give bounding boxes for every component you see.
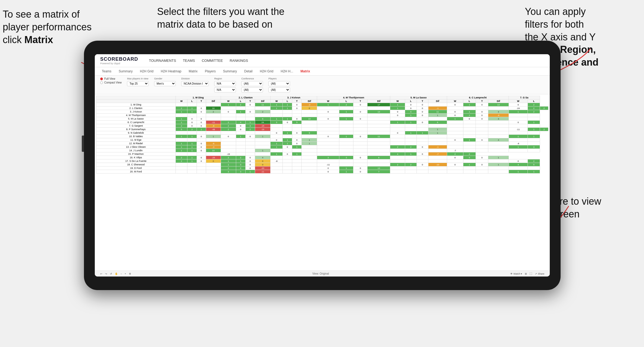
matrix-cell (447, 124, 463, 128)
matrix-cell: 1 (283, 138, 292, 142)
matrix-cell: -20 (255, 166, 270, 170)
sub-nav-players[interactable]: Players (203, 68, 217, 74)
sub-nav-matrix-active[interactable]: Matrix (299, 68, 311, 74)
matrix-cell (245, 117, 255, 121)
sub-nav-h2h-grid[interactable]: H2H Grid (138, 68, 155, 74)
sub-nav-summary[interactable]: Summary (117, 68, 134, 74)
sub-nav-teams[interactable]: Teams (100, 68, 113, 74)
matrix-cell (428, 103, 447, 107)
col-header-2: 2. L Clanton (221, 96, 270, 99)
sub-nav-h2h-grid2[interactable]: H2H Grid (258, 68, 275, 74)
matrix-cell: 2 (175, 156, 187, 159)
matrix-cell: -7 (428, 152, 447, 156)
matrix-cell (283, 110, 292, 114)
division-select[interactable]: NCAA Division I (181, 81, 209, 86)
grid-btn[interactable]: ⊞ (525, 272, 527, 275)
matrix-cell: 7 (367, 170, 390, 174)
max-players-select[interactable]: Top 25 (127, 81, 149, 86)
matrix-cell: 2 (528, 110, 540, 114)
matrix-cell: 0 (245, 166, 255, 170)
undo-btn[interactable]: ↩ (100, 272, 102, 275)
view-compact[interactable]: Compact View (100, 81, 122, 84)
sub-nav-h2h-h[interactable]: H2H H... (279, 68, 295, 74)
matrix-cell: 1 (271, 103, 283, 107)
matrix-cell: 3 (317, 156, 339, 159)
share-btn[interactable]: ↗ Share (535, 272, 544, 275)
row-label: 1. W Ding (96, 103, 176, 107)
refresh-btn[interactable]: ↺ (110, 272, 112, 275)
matrix-cell (488, 107, 509, 110)
settings-btn[interactable]: ⚙ (129, 272, 131, 275)
pan-btn[interactable]: ✋ (115, 272, 118, 275)
sub-nav-summary2[interactable]: Summary (221, 68, 238, 74)
matrix-cell (488, 159, 509, 163)
matrix-cell: 13 (488, 103, 509, 107)
matrix-cell (405, 166, 417, 170)
matrix-cell (271, 124, 283, 128)
view-full[interactable]: Full View (100, 77, 122, 80)
matrix-cell: 0 (417, 121, 428, 124)
conference-select-2[interactable]: (All) (241, 87, 263, 92)
nav-teams[interactable]: TEAMS (183, 57, 195, 64)
matrix-cell (509, 166, 528, 170)
matrix-cell: 1 (187, 145, 197, 149)
matrix-cell (528, 114, 540, 117)
matrix-cell (197, 170, 206, 174)
matrix-cell: 1 (283, 107, 292, 110)
matrix-cell: 0 (283, 152, 292, 156)
matrix-cell: -2 (302, 103, 317, 107)
row-label: 5. M La Sasso (96, 117, 176, 121)
nav-rankings[interactable]: RANKINGS (230, 57, 248, 64)
matrix-cell (428, 170, 447, 174)
matrix-cell (488, 149, 509, 152)
matrix-cell: 0 (476, 114, 488, 117)
radio-full-view (100, 78, 103, 80)
matrix-cell (197, 152, 206, 156)
conference-select-1[interactable]: (All) (241, 81, 263, 86)
nav-tournaments[interactable]: TOURNAMENTS (149, 57, 176, 64)
matrix-cell (428, 166, 447, 170)
matrix-cell (187, 103, 197, 107)
matrix-cell: 0 (509, 159, 528, 163)
matrix-cell (255, 142, 270, 145)
sub-nav-matrix[interactable]: Matrix (187, 68, 199, 74)
matrix-cell: 0 (221, 110, 236, 114)
fullscreen-btn[interactable]: ⛶ (530, 272, 532, 275)
players-select-1[interactable]: (All) (268, 81, 290, 86)
matrix-cell (197, 103, 206, 107)
sub-nav-h2h-heatmap[interactable]: H2H Heatmap (159, 68, 183, 74)
matrix-cell (528, 166, 540, 170)
matrix-cell (488, 135, 509, 138)
matrix-cell (292, 124, 302, 128)
region-select-1[interactable]: N/A (214, 81, 236, 86)
matrix-cell (488, 145, 509, 149)
matrix-cell: 0 (353, 103, 367, 107)
matrix-cell (236, 149, 245, 152)
matrix-cell: 2 (390, 145, 405, 149)
matrix-cell: 0 (187, 121, 197, 124)
matrix-cell (245, 152, 255, 156)
gender-select[interactable]: Men's (154, 81, 176, 86)
matrix-cell: 2 (221, 124, 236, 128)
sub-nav-detail[interactable]: Detail (243, 68, 254, 74)
region-select-2[interactable]: N/A (214, 87, 236, 92)
players-select-2[interactable]: (All) (268, 87, 290, 92)
nav-committee[interactable]: COMMITTEE (202, 57, 223, 64)
matrix-cell (488, 142, 509, 145)
matrix-cell (463, 124, 476, 128)
matrix-cell: 0 (417, 145, 428, 149)
annotation-top-left: To see a matrix of player performances c… (3, 8, 106, 46)
zoom-in-btn[interactable]: + (125, 272, 126, 275)
matrix-container[interactable]: 1. W Ding 2. L Clanton 3. J Koivun 4. M … (95, 94, 550, 271)
matrix-cell (353, 131, 367, 135)
matrix-cell (339, 145, 353, 149)
table-row: 17. S De La Fuente21001100-802 (96, 159, 548, 163)
redo-btn[interactable]: ↪ (105, 272, 107, 275)
watch-btn[interactable]: 👁 Watch ▾ (510, 272, 522, 275)
matrix-cell (175, 170, 187, 174)
zoom-out-btn[interactable]: − (121, 272, 122, 275)
matrix-cell: 0 (283, 121, 292, 124)
matrix-cell: 1 (175, 145, 187, 149)
filter-gender: Gender Men's (154, 77, 176, 86)
matrix-cell (405, 159, 417, 163)
